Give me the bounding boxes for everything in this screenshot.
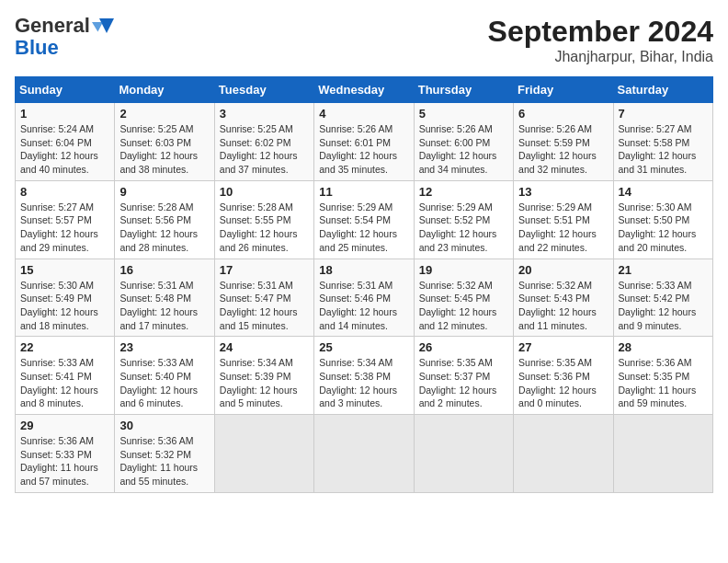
day-cell: 14Sunrise: 5:30 AM Sunset: 5:50 PM Dayli… [613,180,712,259]
day-cell: 19Sunrise: 5:32 AM Sunset: 5:45 PM Dayli… [414,259,513,337]
day-number: 12 [419,185,508,199]
day-info: Sunrise: 5:29 AM Sunset: 5:54 PM Dayligh… [319,201,408,255]
day-number: 7 [619,107,708,121]
day-cell [613,415,712,493]
svg-marker-0 [99,18,114,33]
day-number: 3 [220,107,309,121]
day-number: 6 [518,107,608,121]
day-number: 8 [20,185,109,199]
day-cell: 2Sunrise: 5:25 AM Sunset: 6:03 PM Daylig… [115,103,214,181]
day-info: Sunrise: 5:30 AM Sunset: 5:49 PM Dayligh… [20,279,109,333]
day-cell: 9Sunrise: 5:28 AM Sunset: 5:56 PM Daylig… [115,180,214,259]
day-number: 2 [119,107,209,121]
day-cell: 21Sunrise: 5:33 AM Sunset: 5:42 PM Dayli… [613,259,712,337]
day-cell [414,415,513,493]
day-cell: 7Sunrise: 5:27 AM Sunset: 5:58 PM Daylig… [613,103,712,181]
col-header-tuesday: Tuesday [214,77,313,103]
title-block: September 2024 Jhanjharpur, Bihar, India [488,15,713,65]
day-info: Sunrise: 5:29 AM Sunset: 5:51 PM Dayligh… [518,201,608,255]
day-info: Sunrise: 5:28 AM Sunset: 5:55 PM Dayligh… [220,201,309,255]
col-header-friday: Friday [514,77,613,103]
day-number: 1 [20,107,109,121]
day-info: Sunrise: 5:26 AM Sunset: 6:00 PM Dayligh… [419,122,508,177]
week-row-2: 8Sunrise: 5:27 AM Sunset: 5:57 PM Daylig… [16,180,713,259]
day-cell: 29Sunrise: 5:36 AM Sunset: 5:33 PM Dayli… [16,415,115,493]
calendar-title: September 2024 [488,15,713,49]
day-number: 29 [20,419,109,432]
day-cell: 23Sunrise: 5:33 AM Sunset: 5:40 PM Dayli… [115,337,214,415]
day-cell: 4Sunrise: 5:26 AM Sunset: 6:01 PM Daylig… [314,103,414,181]
day-number: 27 [518,340,608,354]
page-header: General Blue September 2024 Jhanjharpur,… [15,15,713,65]
day-info: Sunrise: 5:36 AM Sunset: 5:33 PM Dayligh… [20,434,109,488]
day-number: 15 [20,263,109,277]
day-number: 5 [419,107,508,121]
day-info: Sunrise: 5:31 AM Sunset: 5:47 PM Dayligh… [220,279,309,333]
day-cell: 15Sunrise: 5:30 AM Sunset: 5:49 PM Dayli… [16,259,115,337]
day-number: 24 [220,340,309,354]
day-cell: 22Sunrise: 5:33 AM Sunset: 5:41 PM Dayli… [16,337,115,415]
week-row-4: 22Sunrise: 5:33 AM Sunset: 5:41 PM Dayli… [16,337,713,415]
day-cell: 30Sunrise: 5:36 AM Sunset: 5:32 PM Dayli… [115,415,214,493]
day-info: Sunrise: 5:25 AM Sunset: 6:03 PM Dayligh… [119,122,209,177]
col-header-monday: Monday [115,77,214,103]
day-number: 22 [20,340,109,354]
day-info: Sunrise: 5:31 AM Sunset: 5:46 PM Dayligh… [319,279,408,333]
day-cell: 8Sunrise: 5:27 AM Sunset: 5:57 PM Daylig… [16,180,115,259]
day-number: 26 [419,340,508,354]
day-info: Sunrise: 5:34 AM Sunset: 5:38 PM Dayligh… [319,356,408,410]
day-number: 25 [319,340,408,354]
day-info: Sunrise: 5:31 AM Sunset: 5:48 PM Dayligh… [119,279,209,333]
day-info: Sunrise: 5:34 AM Sunset: 5:39 PM Dayligh… [220,356,309,410]
logo-blue-text: Blue [15,37,59,59]
day-number: 17 [220,263,309,277]
day-info: Sunrise: 5:33 AM Sunset: 5:41 PM Dayligh… [20,356,109,410]
day-number: 11 [319,185,408,199]
col-header-thursday: Thursday [414,77,513,103]
day-number: 21 [619,263,708,277]
day-cell: 13Sunrise: 5:29 AM Sunset: 5:51 PM Dayli… [514,180,613,259]
day-cell [214,415,313,493]
day-info: Sunrise: 5:36 AM Sunset: 5:35 PM Dayligh… [619,356,708,410]
day-cell: 24Sunrise: 5:34 AM Sunset: 5:39 PM Dayli… [214,337,313,415]
day-info: Sunrise: 5:28 AM Sunset: 5:56 PM Dayligh… [119,201,209,255]
day-cell [514,415,613,493]
day-number: 30 [119,419,209,432]
day-cell: 18Sunrise: 5:31 AM Sunset: 5:46 PM Dayli… [314,259,414,337]
day-info: Sunrise: 5:24 AM Sunset: 6:04 PM Dayligh… [20,122,109,177]
day-info: Sunrise: 5:32 AM Sunset: 5:45 PM Dayligh… [419,279,508,333]
day-number: 14 [619,185,708,199]
day-cell: 17Sunrise: 5:31 AM Sunset: 5:47 PM Dayli… [214,259,313,337]
calendar-header-row: SundayMondayTuesdayWednesdayThursdayFrid… [16,77,713,103]
day-number: 18 [319,263,408,277]
day-number: 20 [518,263,608,277]
logo-icon [92,18,114,33]
week-row-3: 15Sunrise: 5:30 AM Sunset: 5:49 PM Dayli… [16,259,713,337]
day-info: Sunrise: 5:25 AM Sunset: 6:02 PM Dayligh… [220,122,309,177]
day-cell: 11Sunrise: 5:29 AM Sunset: 5:54 PM Dayli… [314,180,414,259]
day-number: 4 [319,107,408,121]
day-info: Sunrise: 5:36 AM Sunset: 5:32 PM Dayligh… [119,434,209,488]
day-info: Sunrise: 5:35 AM Sunset: 5:36 PM Dayligh… [518,356,608,410]
day-number: 28 [619,340,708,354]
week-row-1: 1Sunrise: 5:24 AM Sunset: 6:04 PM Daylig… [16,103,713,181]
day-info: Sunrise: 5:30 AM Sunset: 5:50 PM Dayligh… [619,201,708,255]
day-number: 9 [119,185,209,199]
calendar-subtitle: Jhanjharpur, Bihar, India [488,49,713,65]
day-info: Sunrise: 5:33 AM Sunset: 5:40 PM Dayligh… [119,356,209,410]
svg-marker-1 [92,22,103,31]
day-cell: 12Sunrise: 5:29 AM Sunset: 5:52 PM Dayli… [414,180,513,259]
day-cell: 20Sunrise: 5:32 AM Sunset: 5:43 PM Dayli… [514,259,613,337]
week-row-5: 29Sunrise: 5:36 AM Sunset: 5:33 PM Dayli… [16,415,713,493]
day-number: 13 [518,185,608,199]
calendar-table: SundayMondayTuesdayWednesdayThursdayFrid… [15,76,713,493]
day-info: Sunrise: 5:27 AM Sunset: 5:58 PM Dayligh… [619,122,708,177]
logo-text: General [15,15,90,37]
col-header-sunday: Sunday [16,77,115,103]
day-cell: 10Sunrise: 5:28 AM Sunset: 5:55 PM Dayli… [214,180,313,259]
day-cell: 3Sunrise: 5:25 AM Sunset: 6:02 PM Daylig… [214,103,313,181]
day-info: Sunrise: 5:33 AM Sunset: 5:42 PM Dayligh… [619,279,708,333]
day-number: 19 [419,263,508,277]
day-info: Sunrise: 5:29 AM Sunset: 5:52 PM Dayligh… [419,201,508,255]
day-number: 16 [119,263,209,277]
